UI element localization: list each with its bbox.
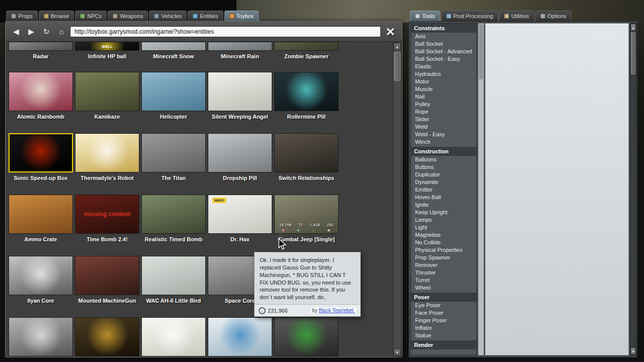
tool-item-hydraulics[interactable]: Hydraulics xyxy=(411,70,476,78)
tool-item-lamps[interactable]: Lamps xyxy=(411,216,476,224)
tool-item-dynamite[interactable]: Dynamite xyxy=(411,178,476,186)
spawnmenu-tab-entities[interactable]: Entities xyxy=(188,11,223,21)
tool-item-light[interactable]: Light xyxy=(411,224,476,231)
tool-item-emitter[interactable]: Emitter xyxy=(411,186,476,194)
entity-thumbnail[interactable] xyxy=(208,317,272,356)
spawnmenu-tab-props[interactable]: Props xyxy=(6,11,38,21)
tool-item-turret[interactable]: Turret xyxy=(411,277,476,284)
tool-item-slider[interactable]: Slider xyxy=(411,116,476,123)
tool-item-weld[interactable]: Weld xyxy=(411,123,476,131)
tool-item-hover-ball[interactable]: Hover-Ball xyxy=(411,194,476,201)
tool-item-winch[interactable]: Winch xyxy=(411,138,476,146)
spawnmenu-tab-browse[interactable]: Browse xyxy=(39,11,74,21)
tool-item-statue[interactable]: Statue xyxy=(411,332,476,339)
entity-thumbnail[interactable] xyxy=(141,42,206,51)
panel-scrollbar[interactable]: ▲ ▼ xyxy=(630,23,636,355)
spawnmenu-tab-npcs[interactable]: NPCs xyxy=(75,11,107,21)
entity-thumbnail[interactable] xyxy=(9,42,73,51)
tool-item-magnetise[interactable]: Magnetise xyxy=(411,231,476,239)
tool-category-render[interactable]: Render xyxy=(411,340,476,349)
entity-thumbnail[interactable] xyxy=(274,72,339,111)
toolmenu-tab-post-processing[interactable]: Post Processing xyxy=(441,11,498,21)
entity-thumbnail[interactable] xyxy=(75,317,139,356)
entity-thumbnail[interactable] xyxy=(208,72,272,111)
forward-button[interactable]: ▶ xyxy=(25,25,38,38)
scrollbar-thumb[interactable] xyxy=(394,52,400,81)
entity-thumbnail[interactable] xyxy=(75,133,139,172)
entity-thumbnail[interactable] xyxy=(141,195,206,234)
close-button[interactable]: × xyxy=(383,25,398,39)
entity-thumbnail[interactable] xyxy=(208,42,272,51)
tool-item-prop-spawner[interactable]: Prop Spawner xyxy=(411,254,476,261)
tool-item-ball-socket-advanced[interactable]: Ball Socket - Advanced xyxy=(411,48,476,55)
url-input[interactable] xyxy=(70,26,381,37)
scroll-up-button[interactable]: ▲ xyxy=(393,43,401,50)
entity-thumbnail[interactable] xyxy=(208,133,272,172)
tool-item-no-collide[interactable]: No Collide xyxy=(411,239,476,246)
tool-item-ball-socket-easy[interactable]: Ball Socket - Easy xyxy=(411,55,476,63)
tools-scrollbar[interactable] xyxy=(478,23,484,355)
entity-thumbnail[interactable] xyxy=(274,42,339,51)
entity-thumbnail[interactable] xyxy=(75,256,139,295)
tool-item-buttons[interactable]: Buttons xyxy=(411,163,476,171)
toolmenu-tab-utilities[interactable]: Utilities xyxy=(499,11,534,21)
entity-thumbnail[interactable] xyxy=(141,317,206,356)
entity-thumbnail[interactable] xyxy=(274,317,339,356)
entity-thumbnail[interactable]: missing content xyxy=(75,195,139,234)
toolmenu-tab-options[interactable]: Options xyxy=(535,11,572,21)
tool-category-construction[interactable]: Construction xyxy=(411,147,476,156)
spawnmenu-tab-weapons[interactable]: Weapons xyxy=(108,11,148,21)
tool-item-keep-upright[interactable]: Keep Upright xyxy=(411,209,476,216)
tool-item-thruster[interactable]: Thruster xyxy=(411,269,476,277)
scroll-up-button[interactable]: ▲ xyxy=(630,24,636,31)
tool-item-finger-poser[interactable]: Finger Poser xyxy=(411,317,476,324)
spawnmenu-tab-vehicles[interactable]: Vehicles xyxy=(149,11,187,21)
tool-category-constraints[interactable]: Constraints xyxy=(411,24,476,33)
toolmenu-tab-tools[interactable]: Tools xyxy=(410,11,440,21)
tool-item-eye-poser[interactable]: Eye Poser xyxy=(411,302,476,309)
tool-item-nail[interactable]: Nail xyxy=(411,93,476,101)
entity-thumbnail[interactable] xyxy=(274,133,339,172)
tool-item-motor[interactable]: Motor xyxy=(411,78,476,85)
tool-item-ignite[interactable]: Ignite xyxy=(411,201,476,209)
entity-thumbnail[interactable] xyxy=(9,256,73,295)
entity-thumbnail[interactable] xyxy=(141,72,206,111)
scrollbar-thumb[interactable] xyxy=(631,32,635,74)
entity-thumbnail[interactable] xyxy=(141,133,206,172)
entity-thumbnail[interactable] xyxy=(141,256,206,295)
tool-item-wheel[interactable]: Wheel xyxy=(411,284,476,292)
tool-item-elastic[interactable]: Elastic xyxy=(411,63,476,70)
tool-category-poser[interactable]: Poser xyxy=(411,293,476,302)
tool-item-muscle[interactable]: Muscle xyxy=(411,85,476,93)
tool-item-physical-properties[interactable]: Physical Properties xyxy=(411,246,476,254)
scrollbar-thumb[interactable] xyxy=(479,24,483,79)
tool-item-duplicator[interactable]: Duplicator xyxy=(411,171,476,178)
browser-scrollbar[interactable]: ▲ ▼ xyxy=(393,42,401,356)
author-link[interactable]: Black Tea(rebel. xyxy=(318,308,355,313)
entity-thumbnail[interactable] xyxy=(75,72,139,111)
tools-icon xyxy=(415,14,420,19)
entity-thumbnail[interactable]: BALL xyxy=(75,42,139,51)
entity-thumbnail[interactable] xyxy=(9,72,73,111)
tool-item-balloons[interactable]: Balloons xyxy=(411,156,476,163)
entity-thumbnail[interactable]: HAX! xyxy=(208,195,272,234)
tool-item-pulley[interactable]: Pulley xyxy=(411,101,476,108)
tool-item-axis[interactable]: Axis xyxy=(411,33,476,40)
entity-thumbnail[interactable]: 15,798721,438292♥●↓★ xyxy=(274,195,339,234)
tool-item-weld-easy[interactable]: Weld - Easy xyxy=(411,131,476,138)
back-button[interactable]: ◀ xyxy=(10,25,23,38)
entity-thumbnail[interactable] xyxy=(9,133,73,172)
home-button[interactable]: ⌂ xyxy=(55,25,68,38)
entity-thumbnail[interactable] xyxy=(9,195,73,234)
tool-item-ball-socket[interactable]: Ball Socket xyxy=(411,40,476,48)
tool-item-inflator[interactable]: Inflator xyxy=(411,324,476,332)
refresh-button[interactable]: ↻ xyxy=(40,25,53,38)
tool-item-face-poser[interactable]: Face Poser xyxy=(411,309,476,317)
scroll-down-button[interactable]: ▼ xyxy=(630,347,636,355)
entity-thumbnail[interactable] xyxy=(9,317,73,356)
entity-tooltip: Ok. i made it for singleplayer. I replac… xyxy=(254,252,361,317)
scroll-down-button[interactable]: ▼ xyxy=(393,348,401,356)
spawnmenu-tab-toybox[interactable]: Toybox xyxy=(224,11,259,21)
tool-item-remover[interactable]: Remover xyxy=(411,261,476,269)
tool-item-rope[interactable]: Rope xyxy=(411,108,476,116)
